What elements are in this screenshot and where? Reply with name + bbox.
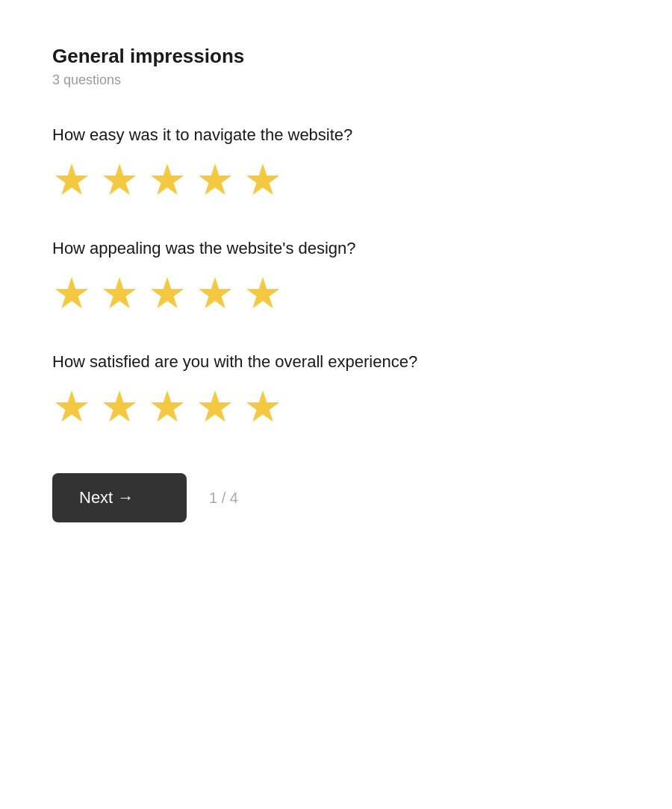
footer: Next → 1 / 4 — [52, 473, 620, 522]
question-label-2: How appealing was the website's design? — [52, 239, 620, 258]
survey-container: General impressions 3 questions How easy… — [52, 45, 620, 522]
question-block-1: How easy was it to navigate the website?… — [52, 125, 620, 202]
star-3-5[interactable]: ★ — [243, 385, 282, 428]
section-title: General impressions — [52, 45, 620, 68]
star-1-2[interactable]: ★ — [100, 158, 139, 202]
star-2-3[interactable]: ★ — [148, 272, 187, 315]
star-row-3: ★★★★★ — [52, 385, 620, 428]
questions-list: How easy was it to navigate the website?… — [52, 125, 620, 428]
star-3-3[interactable]: ★ — [148, 385, 187, 428]
star-row-2: ★★★★★ — [52, 272, 620, 315]
question-label-1: How easy was it to navigate the website? — [52, 125, 620, 145]
question-label-3: How satisfied are you with the overall e… — [52, 352, 620, 372]
star-1-1[interactable]: ★ — [52, 158, 91, 202]
star-3-4[interactable]: ★ — [196, 385, 234, 428]
question-block-2: How appealing was the website's design?★… — [52, 239, 620, 315]
star-2-2[interactable]: ★ — [100, 272, 139, 315]
next-button[interactable]: Next → — [52, 473, 187, 522]
star-row-1: ★★★★★ — [52, 158, 620, 202]
star-2-4[interactable]: ★ — [196, 272, 234, 315]
section-subtitle: 3 questions — [52, 72, 620, 88]
star-1-5[interactable]: ★ — [243, 158, 282, 202]
star-3-1[interactable]: ★ — [52, 385, 91, 428]
star-2-5[interactable]: ★ — [243, 272, 282, 315]
star-1-4[interactable]: ★ — [196, 158, 234, 202]
star-1-3[interactable]: ★ — [148, 158, 187, 202]
page-indicator: 1 / 4 — [209, 490, 238, 507]
question-block-3: How satisfied are you with the overall e… — [52, 352, 620, 428]
star-3-2[interactable]: ★ — [100, 385, 139, 428]
star-2-1[interactable]: ★ — [52, 272, 91, 315]
